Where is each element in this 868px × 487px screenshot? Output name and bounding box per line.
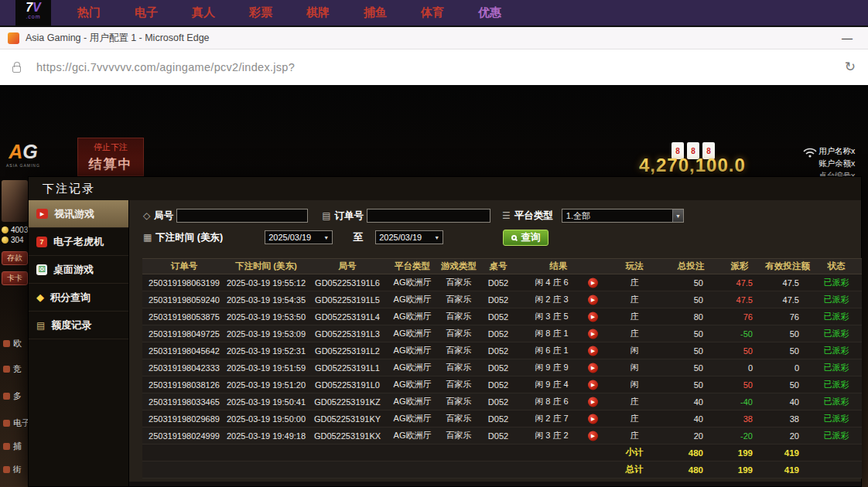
play-video-icon[interactable]: ▶ [588, 329, 598, 339]
order-cell: 250319198045642 [142, 342, 226, 359]
order-input[interactable] [367, 209, 490, 223]
nav-item[interactable]: 彩票 [249, 5, 272, 20]
round-cell: GD052253191L5 [306, 291, 388, 308]
total-bet-cell: 50 [667, 359, 715, 376]
play-type-cell: 庄 [602, 274, 667, 291]
chevron-down-icon[interactable]: ▼ [672, 209, 683, 222]
game-cell: 百家乐 [436, 410, 481, 427]
menu-item[interactable]: 视讯游戏 [29, 200, 128, 228]
status-cell: 已派彩 [811, 427, 862, 444]
play-video-icon[interactable]: ▶ [588, 363, 598, 373]
strip-button[interactable]: 卡卡 [2, 271, 28, 285]
play-video-icon[interactable]: ▶ [588, 295, 598, 305]
nav-item[interactable]: 优惠 [478, 5, 501, 20]
nav-item[interactable]: 真人 [192, 5, 215, 20]
nav-item[interactable]: 电子 [135, 5, 158, 20]
time-cell: 2025-03-19 19:52:31 [226, 342, 306, 359]
nav-item[interactable]: 捕鱼 [364, 5, 387, 20]
table-row: 2503191980381262025-03-19 19:51:20GD0522… [142, 376, 862, 393]
result-text: 闲 9 庄 9 [535, 363, 568, 372]
play-video-icon[interactable]: ▶ [588, 431, 598, 441]
strip-menu-item[interactable]: 欧 [3, 338, 22, 349]
strip-menu-item[interactable]: 竞 [3, 363, 22, 375]
time-cell: 2025-03-19 19:53:09 [226, 325, 306, 342]
menu-item[interactable]: 电子老虎机 [29, 228, 128, 256]
play-video-icon[interactable]: ▶ [588, 312, 598, 322]
menu-item[interactable]: 桌面游戏 [29, 256, 128, 284]
platform-select[interactable]: 1.全部 ▼ [562, 209, 684, 223]
strip-item-label: 捕 [13, 441, 22, 452]
strip-button[interactable]: 存款 [2, 251, 28, 265]
balance-value: 304 [11, 236, 24, 244]
top-nav-items: 热门电子真人彩票棋牌捕鱼体育优惠 [77, 0, 501, 26]
strip-menu-item[interactable]: 多 [3, 390, 22, 402]
round-cell: GD052253191L4 [306, 308, 388, 325]
column-header: 派彩 [715, 259, 764, 274]
user-info-line: 用户名称x [818, 145, 855, 157]
play-video-icon[interactable]: ▶ [588, 278, 598, 288]
result-cell: 闲 4 庄 6▶ [515, 274, 602, 291]
bet-table-header-row: 订单号下注时间 (美东)局号平台类型游戏类型桌号结果玩法总投注派彩有效投注额状态 [142, 259, 862, 274]
sum-valid-bet: 419 [764, 461, 811, 478]
platform-cell: AG欧洲厅 [388, 291, 436, 308]
game-cell: 百家乐 [436, 376, 481, 393]
order-cell: 250319198042333 [142, 359, 226, 376]
nav-item[interactable]: 棋牌 [306, 5, 330, 20]
total-bet-cell: 50 [667, 274, 715, 291]
window-titlebar: Asia Gaming - 用户配置 1 - Microsoft Edge — [0, 27, 868, 49]
platform-cell: AG欧洲厅 [388, 410, 436, 427]
game-cell: 百家乐 [436, 325, 481, 342]
round-cell: GD052253191L3 [306, 325, 388, 342]
date-from-picker[interactable]: 2025/03/19▼ [265, 230, 333, 244]
avatar[interactable] [2, 180, 28, 222]
play-type-cell: 闲 [602, 342, 667, 359]
menu-item[interactable]: 积分查询 [29, 284, 128, 312]
payout-cell: -20 [715, 427, 764, 444]
filter-row-1: ◇局号 ▤订单号 ☰平台类型 1.全部 ▼ [143, 206, 855, 225]
valid-bet-cell: 50 [764, 325, 811, 342]
site-logo[interactable]: 7V .com [15, 0, 51, 26]
filters: ◇局号 ▤订单号 ☰平台类型 1.全部 ▼ ▦下注时间 (美东) [143, 206, 855, 247]
nav-item[interactable]: 体育 [421, 5, 444, 20]
play-type-cell: 闲 [602, 376, 667, 393]
search-button[interactable]: 查询 [503, 230, 548, 246]
window-title: Asia Gaming - 用户配置 1 - Microsoft Edge [26, 32, 210, 45]
play-video-icon[interactable]: ▶ [588, 380, 598, 390]
order-icon: ▤ [322, 210, 330, 221]
nav-item[interactable]: 热门 [77, 5, 101, 20]
site-logo-text: 7V [15, 2, 51, 14]
date-to-picker[interactable]: 2025/03/19▼ [375, 230, 443, 244]
table-cell: D052 [481, 427, 515, 444]
menu-item[interactable]: 额度记录 [29, 312, 128, 339]
payout-cell: -40 [715, 393, 764, 410]
table-row: 2503191980538752025-03-19 19:53:50GD0522… [142, 308, 862, 325]
column-header: 有效投注额 [764, 259, 811, 274]
menu-item-label: 积分查询 [50, 291, 91, 305]
strip-menu-item[interactable]: 电子 [3, 417, 30, 429]
play-video-icon[interactable]: ▶ [588, 397, 598, 407]
play-video-icon[interactable]: ▶ [588, 346, 598, 356]
time-cell: 2025-03-19 19:51:20 [226, 376, 306, 393]
bullet-icon [3, 340, 10, 347]
subtotal-row: 小计480199419 [142, 444, 862, 461]
ag-logo-subtext: ASIA GAMING [6, 163, 40, 168]
round-input[interactable] [176, 209, 308, 223]
order-label: ▤订单号 [322, 209, 364, 223]
bet-time-label: ▦下注时间 (美东) [143, 231, 223, 244]
table-row: 2503191980592402025-03-19 19:54:35GD0522… [142, 291, 862, 308]
url-text[interactable]: https://gci.7vvvvvv.com/agingame/pcv2/in… [36, 61, 295, 73]
status-cell: 已派彩 [811, 359, 862, 376]
result-cell: 闲 2 庄 3▶ [515, 291, 602, 308]
play-video-icon[interactable]: ▶ [588, 414, 598, 424]
table-row: 2503191980497252025-03-19 19:53:09GD0522… [142, 325, 862, 342]
strip-menu-item[interactable]: 街 [3, 464, 22, 475]
minimize-button[interactable]: — [834, 32, 860, 44]
screen: 7V .com 热门电子真人彩票棋牌捕鱼体育优惠 Asia Gaming - 用… [0, 0, 868, 487]
refresh-icon[interactable]: ↻ [845, 59, 856, 75]
strip-balances: 4003304 [0, 225, 31, 245]
menu-item-label: 视讯游戏 [54, 207, 94, 221]
modal-menu: 视讯游戏电子老虎机桌面游戏积分查询额度记录 [29, 200, 129, 486]
strip-menu-item[interactable]: 捕 [3, 441, 22, 452]
valid-bet-cell: 40 [764, 393, 811, 410]
modal-title: 下注记录 [43, 182, 95, 196]
